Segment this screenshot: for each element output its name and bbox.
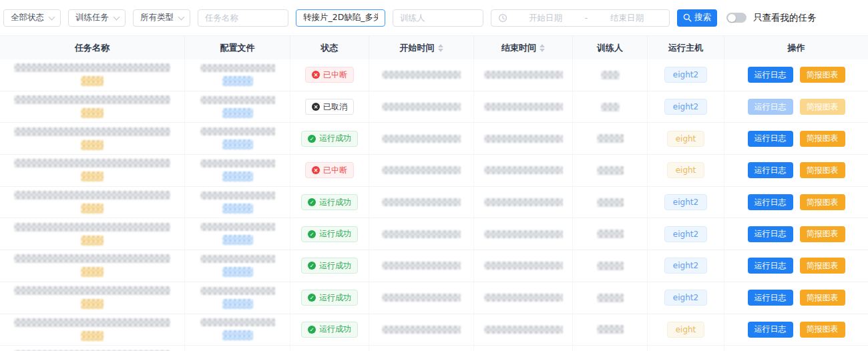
host-badge: eight2 (664, 67, 707, 83)
category-select-value: 所有类型 (140, 12, 174, 23)
cell-config-file (185, 123, 290, 154)
run-log-button[interactable]: 运行日志 (748, 258, 793, 274)
run-log-button[interactable]: 运行日志 (748, 290, 793, 306)
cell-start-time (369, 59, 474, 91)
masked-start-time (382, 103, 461, 111)
table-row: × 已中断 eight2 运行日志 简报图表 (0, 59, 868, 91)
masked-config-file (200, 159, 275, 167)
host-badge: eight (667, 162, 705, 178)
cell-status (290, 346, 369, 351)
table-row: × 已中断 eight 运行日志 简报图表 (0, 155, 868, 187)
masked-task-tag (81, 140, 103, 150)
chevron-down-icon (114, 13, 120, 20)
trainer-input[interactable] (393, 9, 483, 27)
end-date-input[interactable] (592, 13, 662, 23)
cell-end-time (474, 59, 573, 91)
masked-trainer (597, 166, 624, 175)
run-log-button[interactable]: 运行日志 (748, 99, 793, 115)
cell-end-time (474, 346, 573, 351)
run-log-button[interactable]: 运行日志 (748, 131, 793, 147)
status-badge: ✓ 运行成功 (301, 290, 358, 306)
cell-host: eight2 (648, 282, 724, 314)
chevron-down-icon (49, 13, 55, 20)
cell-host: eight2 (648, 218, 724, 250)
task-name-input[interactable] (198, 9, 288, 27)
masked-config-file (200, 96, 275, 104)
masked-task-name (14, 63, 170, 72)
status-badge: ✓ 运行成功 (301, 322, 358, 338)
run-log-button[interactable]: 运行日志 (748, 226, 793, 242)
cell-task-name (0, 250, 185, 282)
masked-task-tag (81, 267, 103, 277)
status-icon: × (312, 166, 320, 174)
run-log-button[interactable]: 运行日志 (748, 322, 793, 338)
report-chart-button[interactable]: 简报图表 (800, 226, 845, 242)
cell-task-name (0, 346, 185, 351)
col-header-end-time: 结束时间 (474, 36, 573, 59)
report-chart-button[interactable]: 简报图表 (800, 322, 845, 338)
masked-start-time (382, 294, 461, 302)
sort-control-end-time[interactable] (539, 44, 545, 52)
report-chart-button[interactable]: 简报图表 (800, 67, 845, 83)
col-header-status: 状态 (290, 36, 369, 59)
date-range-picker[interactable]: - (491, 9, 670, 27)
host-badge: eight2 (664, 226, 707, 242)
cell-start-time (369, 250, 474, 282)
cell-config-file (185, 91, 290, 123)
status-icon: × (312, 71, 320, 79)
masked-trainer (601, 103, 620, 111)
status-badge: ✓ 运行成功 (301, 226, 358, 242)
masked-trainer (597, 134, 624, 143)
report-chart-button[interactable]: 简报图表 (800, 162, 845, 178)
status-select[interactable]: 全部状态 (3, 9, 61, 27)
table-row-partial (0, 346, 868, 351)
masked-trainer (597, 230, 624, 238)
search-button[interactable]: 搜索 (677, 9, 717, 27)
cell-host: eight2 (648, 59, 724, 91)
cell-config-file (185, 59, 290, 91)
report-chart-button[interactable]: 简报图表 (800, 258, 845, 274)
masked-task-name (14, 318, 170, 327)
my-tasks-label: 只查看我的任务 (753, 12, 817, 24)
cell-actions: 运行日志 简报图表 (724, 250, 868, 282)
host-badge: eight2 (664, 258, 707, 274)
table-row: ✓ 运行成功 eight2 运行日志 简报图表 (0, 187, 868, 219)
report-chart-button[interactable]: 简报图表 (800, 99, 845, 115)
host-badge: eight2 (664, 194, 707, 210)
task-type-select[interactable]: 训练任务 (68, 9, 126, 27)
run-log-button[interactable]: 运行日志 (748, 67, 793, 83)
table-row: ✓ 运行成功 eight2 运行日志 简报图表 (0, 250, 868, 282)
col-header-config-file: 配置文件 (185, 36, 290, 59)
search-icon (683, 13, 692, 22)
cell-config-file (185, 218, 290, 250)
cell-trainer (573, 91, 648, 123)
start-date-input[interactable] (510, 13, 581, 23)
cell-actions: 运行日志 简报图表 (724, 282, 868, 314)
report-chart-button[interactable]: 简报图表 (800, 290, 845, 306)
cell-end-time (474, 123, 573, 154)
cell-trainer (573, 187, 648, 218)
masked-config-link (222, 171, 253, 182)
masked-config-link (222, 299, 253, 309)
masked-end-time (484, 230, 563, 238)
report-chart-button[interactable]: 简报图表 (800, 194, 845, 210)
report-chart-button[interactable]: 简报图表 (800, 131, 845, 147)
clock-icon (498, 13, 507, 23)
my-tasks-toggle[interactable] (726, 13, 746, 23)
table-body: × 已中断 eight2 运行日志 简报图表 (0, 59, 868, 346)
run-log-button[interactable]: 运行日志 (748, 194, 793, 210)
status-badge: ✓ 运行成功 (301, 194, 358, 210)
status-icon: × (312, 103, 320, 111)
sort-control-start-time[interactable] (438, 44, 443, 52)
status-select-value: 全部状态 (11, 12, 44, 23)
cell-end-time (474, 282, 573, 314)
masked-config-file (200, 192, 275, 200)
table-row: ✓ 运行成功 eight 运行日志 简报图表 (0, 123, 868, 155)
status-icon: ✓ (308, 326, 316, 334)
cell-start-time (369, 282, 474, 314)
masked-trainer (597, 262, 624, 270)
model-search-input[interactable] (296, 9, 385, 27)
run-log-button[interactable]: 运行日志 (748, 162, 793, 178)
masked-task-tag (81, 204, 103, 214)
category-select[interactable]: 所有类型 (133, 9, 190, 27)
